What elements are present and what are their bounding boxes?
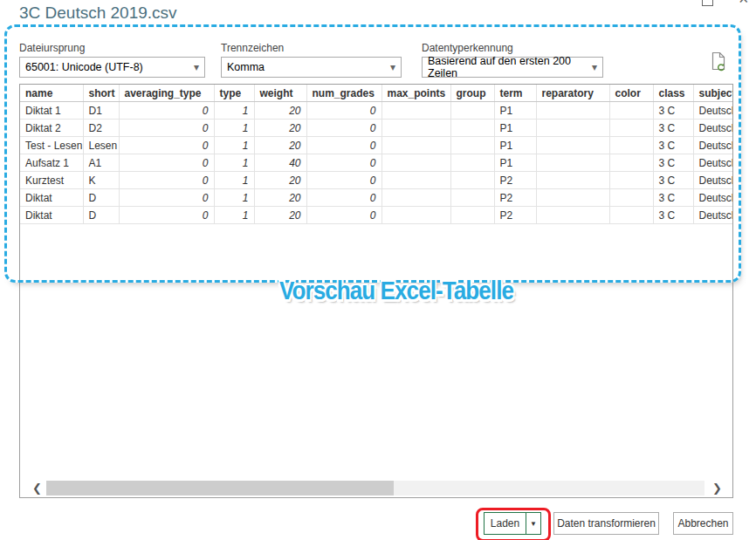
table-cell: Kurztest [20, 172, 83, 189]
window-controls: ✕ [698, 0, 751, 9]
table-cell: P2 [494, 207, 536, 224]
column-header[interactable]: type [214, 85, 254, 102]
table-cell: 1 [214, 207, 254, 224]
table-cell [450, 207, 494, 224]
table-cell [450, 102, 494, 120]
table-cell: Deutsch [693, 154, 732, 172]
column-header[interactable]: class [653, 85, 693, 102]
table-cell: Diktat [20, 189, 83, 207]
table-cell: 3 C [653, 189, 693, 207]
chevron-down-icon: ▼ [530, 520, 537, 528]
table-cell [450, 120, 494, 137]
delimiter-value: Komma [227, 61, 265, 73]
refresh-preview-icon[interactable] [710, 51, 727, 73]
table-cell [536, 102, 609, 120]
table-cell: Diktat [20, 207, 83, 224]
scroll-left-icon[interactable]: ❮ [32, 482, 42, 495]
close-icon[interactable]: ✕ [738, 0, 749, 5]
table-cell [536, 137, 609, 154]
column-header[interactable]: term [494, 85, 536, 102]
table-cell: 1 [214, 154, 254, 172]
table-cell [450, 172, 494, 189]
column-header[interactable]: color [609, 85, 653, 102]
chevron-down-icon: ▾ [194, 61, 199, 73]
scrollbar-thumb[interactable] [46, 481, 394, 496]
horizontal-scrollbar[interactable]: ❮ ❯ [20, 480, 732, 497]
table-cell [381, 120, 450, 137]
table-cell [381, 172, 450, 189]
table-cell: 0 [306, 120, 381, 137]
load-split-button: Laden ▼ [484, 512, 541, 535]
cancel-button[interactable]: Abbrechen [673, 512, 733, 535]
table-cell [450, 189, 494, 207]
table-row: DiktatD01200P23 CDeutsch [20, 189, 732, 207]
table-cell: 0 [306, 102, 381, 120]
column-header[interactable]: averaging_type [119, 85, 214, 102]
table-cell: 0 [306, 137, 381, 154]
table-cell [609, 120, 653, 137]
table-cell: K [83, 172, 119, 189]
column-header[interactable]: group [450, 85, 494, 102]
table-cell [536, 207, 609, 224]
table-cell: 1 [214, 102, 254, 120]
header-row: nameshortaveraging_typetypeweightnum_gra… [20, 85, 732, 102]
table-cell: 3 C [653, 207, 693, 224]
table-cell [536, 154, 609, 172]
column-header[interactable]: max_points [381, 85, 450, 102]
maximize-icon[interactable] [702, 0, 713, 6]
table-cell: 0 [119, 120, 214, 137]
table-cell: 3 C [653, 120, 693, 137]
annotation-label: Vorschau Excel-Tabelle [279, 277, 513, 306]
table-cell: 3 C [653, 137, 693, 154]
table-cell: P1 [494, 102, 536, 120]
dialog-title: 3C Deutsch 2019.csv [19, 3, 177, 23]
scrollbar-track[interactable] [46, 481, 704, 496]
table-cell: 0 [306, 207, 381, 224]
table-cell: 0 [119, 172, 214, 189]
table-cell: 0 [119, 154, 214, 172]
table-row: Test - LesenLesen01200P13 CDeutsch [20, 137, 732, 154]
table-cell [381, 137, 450, 154]
table-cell [381, 154, 450, 172]
table-cell: Deutsch [693, 120, 732, 137]
table-row: Diktat 2D201200P13 CDeutsch [20, 120, 732, 137]
table-cell: P1 [494, 137, 536, 154]
file-origin-group: Dateiursprung 65001: Unicode (UTF-8) ▾ [19, 42, 205, 78]
table-cell [536, 172, 609, 189]
table-row: Aufsatz 1A101400P13 CDeutsch [20, 154, 732, 172]
table-cell [609, 102, 653, 120]
column-header[interactable]: reparatory [536, 85, 609, 102]
table-cell [609, 207, 653, 224]
file-origin-value: 65001: Unicode (UTF-8) [25, 61, 143, 73]
column-header[interactable]: subject [693, 85, 732, 102]
table-cell: 20 [254, 172, 306, 189]
table-cell: D2 [83, 120, 119, 137]
delimiter-group: Trennzeichen Komma ▾ [221, 42, 402, 78]
table-cell: 0 [119, 207, 214, 224]
load-button[interactable]: Laden [484, 512, 526, 535]
table-row: Diktat 1D101200P13 CDeutsch [20, 102, 732, 120]
table-cell [609, 172, 653, 189]
table-cell: 0 [306, 172, 381, 189]
column-header[interactable]: weight [254, 85, 306, 102]
table-cell: 40 [254, 154, 306, 172]
column-header[interactable]: short [83, 85, 119, 102]
file-origin-label: Dateiursprung [19, 42, 205, 54]
load-dropdown-button[interactable]: ▼ [526, 512, 541, 535]
table-cell [609, 137, 653, 154]
type-detection-group: Datentyperkennung Basierend auf den erst… [422, 42, 603, 78]
transform-button[interactable]: Daten transformieren [553, 512, 659, 535]
table-cell: A1 [83, 154, 119, 172]
table-cell: D [83, 207, 119, 224]
type-detection-select[interactable]: Basierend auf den ersten 200 Zeilen ▾ [422, 57, 603, 78]
table-cell: 20 [254, 207, 306, 224]
delimiter-select[interactable]: Komma ▾ [221, 57, 402, 78]
column-header[interactable]: name [20, 85, 83, 102]
table-row: DiktatD01200P23 CDeutsch [20, 207, 732, 224]
table-cell: Diktat 1 [20, 102, 83, 120]
table-cell: Deutsch [693, 102, 732, 120]
file-origin-select[interactable]: 65001: Unicode (UTF-8) ▾ [19, 57, 205, 78]
column-header[interactable]: num_grades [306, 85, 381, 102]
scroll-right-icon[interactable]: ❯ [712, 482, 722, 495]
table-cell [609, 154, 653, 172]
